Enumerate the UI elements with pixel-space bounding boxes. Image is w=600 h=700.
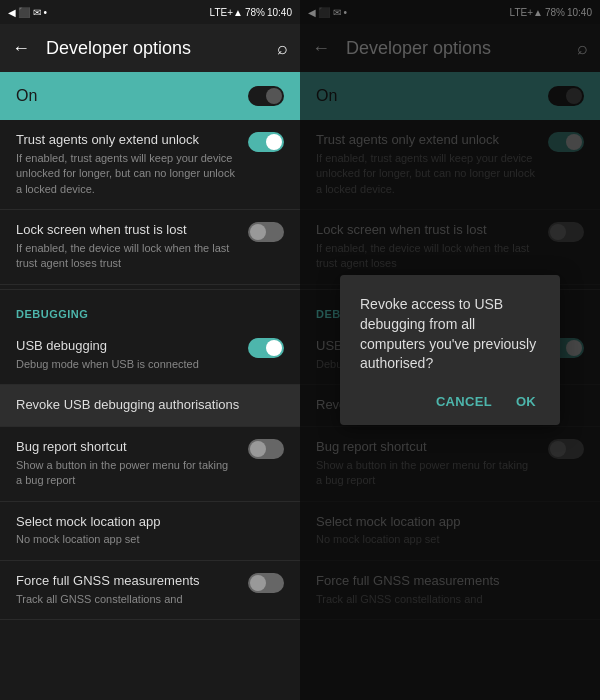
divider-1 [0,289,300,290]
header-left: ← Developer options ⌕ [0,24,300,72]
bug-report-text: Bug report shortcut Show a button in the… [16,439,236,489]
dialog-cancel-button[interactable]: Cancel [432,390,496,413]
mock-location-text: Select mock location app No mock locatio… [16,514,272,548]
revoke-usb-item[interactable]: Revoke USB debugging authorisations [0,385,300,427]
developer-toggle-row[interactable]: On [0,72,300,120]
mock-location-title: Select mock location app [16,514,272,531]
trust-agents-toggle[interactable] [248,132,284,152]
lock-screen-text: Lock screen when trust is lost If enable… [16,222,236,272]
status-icons-left: ◀ ⬛ ✉ • [8,7,47,18]
bug-report-item[interactable]: Bug report shortcut Show a button in the… [0,427,300,502]
search-button[interactable]: ⌕ [277,38,288,59]
gnss-toggle[interactable] [248,573,284,593]
nav-icon: ◀ [8,7,16,18]
lock-screen-toggle[interactable] [248,222,284,242]
usb-debugging-text: USB debugging Debug mode when USB is con… [16,338,236,372]
lock-screen-title: Lock screen when trust is lost [16,222,236,239]
network-type: LTE+▲ [210,7,243,18]
battery-percent: 78% [245,7,265,18]
gnss-desc: Track all GNSS constellations and [16,592,236,607]
status-icons-right: LTE+▲ 78% 10:40 [210,7,292,18]
revoke-usb-title: Revoke USB debugging authorisations [16,397,272,414]
usb-debugging-toggle[interactable] [248,338,284,358]
page-title: Developer options [46,38,261,59]
trust-agents-text: Trust agents only extend unlock If enabl… [16,132,236,197]
lock-screen-item[interactable]: Lock screen when trust is lost If enable… [0,210,300,285]
dialog-title: Revoke access to USB debugging from all … [360,295,540,373]
bug-report-desc: Show a button in the power menu for taki… [16,458,236,489]
trust-agents-desc: If enabled, trust agents will keep your … [16,151,236,197]
on-label: On [16,87,37,105]
gnss-title: Force full GNSS measurements [16,573,236,590]
status-bar-left: ◀ ⬛ ✉ • LTE+▲ 78% 10:40 [0,0,300,24]
developer-toggle[interactable] [248,86,284,106]
trust-agents-title: Trust agents only extend unlock [16,132,236,149]
lock-screen-desc: If enabled, the device will lock when th… [16,241,236,272]
right-panel: ◀ ⬛ ✉ • LTE+▲ 78% 10:40 ← Developer opti… [300,0,600,700]
dialog-actions: Cancel OK [360,390,540,413]
usb-debugging-title: USB debugging [16,338,236,355]
revoke-usb-text: Revoke USB debugging authorisations [16,397,272,414]
trust-agents-item[interactable]: Trust agents only extend unlock If enabl… [0,120,300,210]
mock-location-item[interactable]: Select mock location app No mock locatio… [0,502,300,561]
dialog-overlay: Revoke access to USB debugging from all … [300,0,600,700]
left-panel: ◀ ⬛ ✉ • LTE+▲ 78% 10:40 ← Developer opti… [0,0,300,700]
mock-location-desc: No mock location app set [16,532,272,547]
bug-report-toggle[interactable] [248,439,284,459]
usb-debugging-item[interactable]: USB debugging Debug mode when USB is con… [0,326,300,385]
dialog-ok-button[interactable]: OK [512,390,540,413]
settings-list: Trust agents only extend unlock If enabl… [0,120,300,700]
usb-debugging-desc: Debug mode when USB is connected [16,357,236,372]
bug-report-title: Bug report shortcut [16,439,236,456]
back-button[interactable]: ← [12,38,30,59]
time: 10:40 [267,7,292,18]
gnss-item[interactable]: Force full GNSS measurements Track all G… [0,561,300,620]
signal-icons: ⬛ ✉ • [18,7,47,18]
revoke-dialog: Revoke access to USB debugging from all … [340,275,560,424]
gnss-text: Force full GNSS measurements Track all G… [16,573,236,607]
debugging-section-header: DEBUGGING [0,294,300,326]
